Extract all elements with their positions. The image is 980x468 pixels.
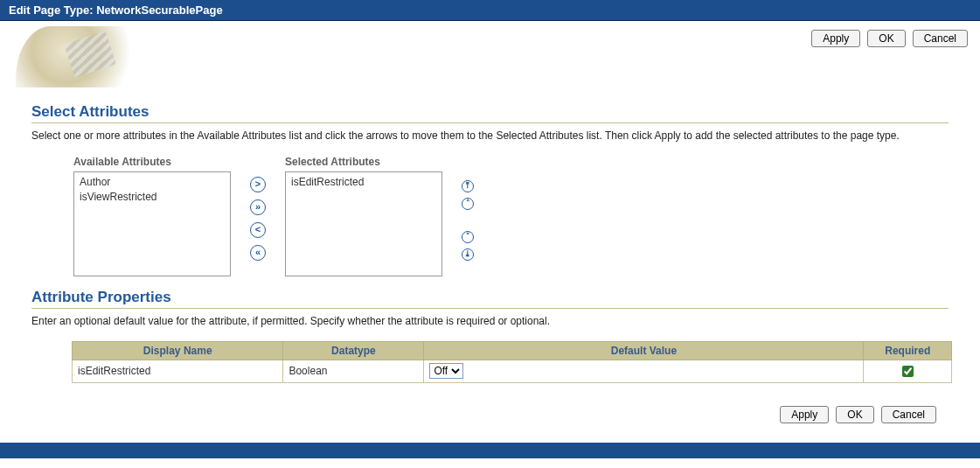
list-item[interactable]: Author <box>78 175 226 190</box>
default-value-select[interactable]: OffOn <box>429 363 463 379</box>
ok-button-bottom[interactable]: OK <box>836 406 873 423</box>
selected-col: Selected Attributes isEditRestricted <box>285 156 442 276</box>
move-right-icon[interactable]: > <box>250 177 266 192</box>
top-button-row: Apply OK Cancel <box>811 26 968 47</box>
selected-label: Selected Attributes <box>285 156 442 168</box>
move-top-icon[interactable]: ⤒ <box>462 180 474 192</box>
col-datatype: Datatype <box>283 341 424 360</box>
move-down-icon[interactable]: ˅ <box>462 231 474 243</box>
col-display-name: Display Name <box>73 341 283 360</box>
move-all-right-icon[interactable]: » <box>250 199 266 215</box>
cancel-button-bottom[interactable]: Cancel <box>881 406 936 423</box>
page-title: Edit Page Type: NetworkSecurablePage <box>9 3 223 17</box>
cell-default-value: OffOn <box>424 360 864 382</box>
ok-button-top[interactable]: OK <box>867 30 905 47</box>
move-left-icon[interactable]: < <box>250 222 266 238</box>
move-all-left-icon[interactable]: « <box>250 245 266 261</box>
attribute-properties-desc: Enter an optional default value for the … <box>31 314 949 329</box>
cell-required <box>864 360 952 382</box>
required-checkbox[interactable] <box>902 366 914 377</box>
col-default-value: Default Value <box>424 341 864 360</box>
available-attributes-list[interactable]: AuthorisViewRestricted <box>73 171 231 276</box>
move-bottom-icon[interactable]: ⤓ <box>462 248 474 261</box>
cell-datatype: Boolean <box>283 360 424 382</box>
selected-attributes-list[interactable]: isEditRestricted <box>285 171 442 276</box>
move-buttons: > » < « <box>250 156 266 261</box>
title-bar: Edit Page Type: NetworkSecurablePage <box>0 0 980 21</box>
table-header-row: Display Name Datatype Default Value Requ… <box>73 341 952 360</box>
cancel-button-top[interactable]: Cancel <box>913 30 968 47</box>
cell-display-name: isEditRestricted <box>73 360 283 382</box>
attribute-properties-table: Display Name Datatype Default Value Requ… <box>72 341 952 383</box>
available-label: Available Attributes <box>73 156 231 168</box>
reorder-buttons: ⤒ ˄ ˅ ⤓ <box>462 156 474 261</box>
table-row: isEditRestrictedBooleanOffOn <box>73 360 952 382</box>
move-up-icon[interactable]: ˄ <box>462 198 474 210</box>
bottom-button-row: Apply OK Cancel <box>31 383 949 430</box>
list-item[interactable]: isEditRestricted <box>289 175 438 190</box>
main-content: Select Attributes Select one or more att… <box>0 87 980 439</box>
select-attributes-desc: Select one or more attributes in the Ava… <box>31 129 949 143</box>
top-row: Apply OK Cancel <box>0 21 980 87</box>
decorative-graphic <box>16 26 138 87</box>
apply-button-bottom[interactable]: Apply <box>780 406 829 423</box>
attribute-properties-heading: Attribute Properties <box>31 289 949 309</box>
available-col: Available Attributes AuthorisViewRestric… <box>73 156 231 276</box>
select-attributes-heading: Select Attributes <box>31 103 949 123</box>
footer-bar <box>0 443 980 458</box>
apply-button-top[interactable]: Apply <box>811 30 860 47</box>
shuttle-area: Available Attributes AuthorisViewRestric… <box>31 156 949 276</box>
col-required: Required <box>864 341 952 360</box>
list-item[interactable]: isViewRestricted <box>78 190 226 205</box>
